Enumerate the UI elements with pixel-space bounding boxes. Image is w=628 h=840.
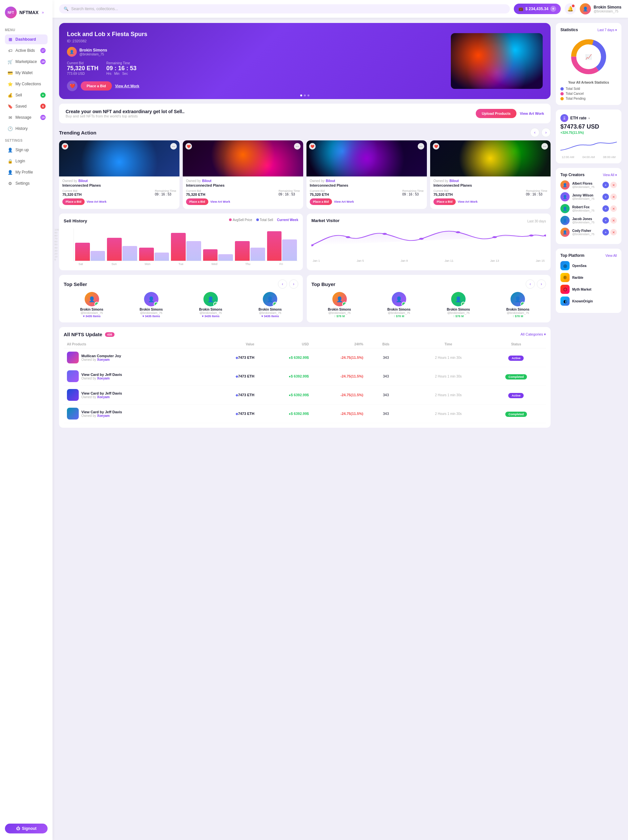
- trending-prev-button[interactable]: ‹: [530, 128, 539, 137]
- nft-place-bid-0[interactable]: Place a Bid: [62, 199, 85, 205]
- sidebar-item-marketplace[interactable]: 🛒 Marketplace 19: [5, 57, 47, 66]
- nft-place-bid-3[interactable]: Place a Bid: [433, 199, 456, 205]
- hero-view-artwork-button[interactable]: View Art Work: [115, 84, 139, 88]
- hero-banner: Lock and Lob x Fiesta Spurs ID :2320382 …: [59, 23, 550, 99]
- signout-button[interactable]: ⏻ Signout: [5, 824, 47, 834]
- unfollow-button-4[interactable]: ✕: [610, 229, 617, 235]
- myth-name: Myth Market: [572, 287, 617, 291]
- follow-button-4[interactable]: +: [603, 229, 609, 235]
- sidebar-item-settings[interactable]: ⚙ Settings: [5, 178, 47, 188]
- sidebar-item-history[interactable]: 🕐 History: [5, 124, 47, 134]
- dot-3[interactable]: [307, 95, 309, 96]
- seller-handle-1: @brokinslam_75: [140, 311, 163, 314]
- nft-place-bid-1[interactable]: Place a Bid: [186, 199, 208, 205]
- buyer-avatar-0: 👤 ✓: [332, 292, 347, 306]
- nft-category-filter[interactable]: All Categories ▾: [520, 332, 546, 336]
- seller-avatar-2: 👤 ✓: [203, 292, 218, 306]
- sidebar-item-label: My Profile: [16, 170, 33, 175]
- user-details: Brokin Simons @brokinslam_75: [593, 5, 622, 13]
- buyers-prev[interactable]: ‹: [526, 279, 535, 289]
- nft-view-art-0[interactable]: View Art Work: [87, 200, 106, 204]
- upload-products-button[interactable]: Upload Products: [476, 109, 516, 118]
- follow-button-3[interactable]: +: [603, 217, 609, 224]
- nft-heart-0[interactable]: ❤️: [62, 143, 68, 150]
- sell-history-period[interactable]: Current Week: [277, 218, 298, 222]
- follow-button-0[interactable]: +: [603, 182, 609, 188]
- nft-view-art-2[interactable]: View Art Work: [334, 200, 354, 204]
- sidebar-item-label: Saved: [16, 104, 27, 109]
- sidebar-item-label: History: [16, 126, 28, 131]
- nft-actions-0: Place a Bid View Art Work: [59, 199, 179, 205]
- view-art-work-link[interactable]: View Art Work: [520, 112, 544, 115]
- unfollow-button-0[interactable]: ✕: [610, 182, 617, 188]
- buyers-list: 👤 ✓ Brokin Simons @brokinslam_75 ↑ $78 M…: [312, 292, 546, 318]
- legend-total-sell: Total Sell: [256, 218, 273, 222]
- sidebar-item-login[interactable]: 🔒 Login: [5, 156, 47, 166]
- sidebar-item-my-collections[interactable]: ⭐ My Collections: [5, 79, 47, 89]
- sellers-next[interactable]: ›: [289, 279, 298, 289]
- sidebar-item-sell[interactable]: 💰 Sell ●: [5, 90, 47, 100]
- nft-view-art-3[interactable]: View Art Work: [458, 200, 478, 204]
- sidebar-item-signup[interactable]: 👤 Sign up: [5, 145, 47, 155]
- statistics-title: Statistics: [560, 28, 578, 32]
- search-bar[interactable]: 🔍 Search items, collections...: [59, 4, 510, 13]
- buyer-stat-0: ↑ $78 M: [328, 314, 351, 318]
- view-all-creators[interactable]: View All ▾: [603, 173, 617, 177]
- statistics-period[interactable]: Last 7 days ▾: [598, 28, 617, 32]
- message-badge: 19: [40, 115, 46, 120]
- notification-button[interactable]: 🔔: [565, 3, 576, 14]
- hero-place-bid-button[interactable]: Place a Bid: [81, 81, 112, 90]
- sellers-prev[interactable]: ‹: [278, 279, 287, 289]
- row-usd-0: $ 6392.99$: [256, 355, 309, 360]
- nft-badge-2[interactable]: ⋯: [418, 143, 424, 150]
- unfollow-button-1[interactable]: ✕: [610, 194, 617, 200]
- nft-place-bid-2[interactable]: Place a Bid: [310, 199, 332, 205]
- nft-card-image-3: ❤️ ⋯: [430, 141, 550, 177]
- sidebar-item-dashboard[interactable]: ⊞ Dashboard: [5, 35, 47, 44]
- unfollow-button-3[interactable]: ✕: [610, 217, 617, 224]
- sidebar-item-my-profile[interactable]: 👤 My Profile: [5, 167, 47, 177]
- sidebar-item-label: Sell: [16, 93, 22, 98]
- nft-heart-2[interactable]: ❤️: [309, 143, 316, 150]
- market-visitor-period[interactable]: Last 30 days: [527, 219, 546, 223]
- eth-rate-change: +324.75(11.5%): [560, 131, 617, 134]
- sidebar-item-my-wallet[interactable]: 💳 My Wallet: [5, 68, 47, 78]
- buyer-badge-0: ✓: [342, 302, 347, 306]
- nft-heart-3[interactable]: ❤️: [433, 143, 439, 150]
- follow-button-1[interactable]: +: [603, 194, 609, 200]
- buyers-next[interactable]: ›: [537, 279, 546, 289]
- user-info[interactable]: 👤 Brokin Simons @brokinslam_75: [580, 3, 622, 14]
- bar-pink: [203, 249, 218, 261]
- dot-2[interactable]: [304, 95, 306, 96]
- wallet-button[interactable]: 💼 $ 234,435.34 +: [514, 4, 561, 14]
- nft-view-art-1[interactable]: View Art Work: [210, 200, 230, 204]
- row-24h-3: -24.75(11.5%): [310, 412, 363, 415]
- dot-1[interactable]: [300, 95, 302, 96]
- creator-avatar-3: 👤: [560, 216, 569, 225]
- row-product-3: View Card by Jeff Davis Owned by Xoeyam: [67, 408, 200, 420]
- nft-badge-0[interactable]: ⋯: [170, 143, 177, 150]
- eth-dropdown-icon[interactable]: ▾: [588, 117, 590, 120]
- hero-heart-button[interactable]: ❤️: [67, 81, 78, 91]
- nft-badge-1[interactable]: ⋯: [294, 143, 301, 150]
- row-status-3: Completed: [490, 411, 543, 417]
- sidebar-item-saved[interactable]: 🔖 Saved 6: [5, 101, 47, 111]
- nft-card-image-0: ❤️ ⋯: [59, 141, 179, 177]
- nft-heart-1[interactable]: ❤️: [185, 143, 192, 150]
- follow-button-2[interactable]: +: [603, 205, 609, 212]
- nft-owner-3: Owned by Bilout: [433, 179, 547, 183]
- active-bids-badge: 17: [40, 48, 46, 53]
- row-bids-0: 343: [365, 355, 407, 360]
- unfollow-button-2[interactable]: ✕: [610, 205, 617, 212]
- sidebar-item-message[interactable]: ✉ Message 19: [5, 112, 47, 122]
- logo-area[interactable]: NFT NFTMAX »: [5, 6, 47, 18]
- hero-id: ID :2320382: [67, 39, 444, 43]
- buyer-stat-1: ↑ $78 M: [388, 314, 411, 318]
- view-all-platforms[interactable]: View All: [605, 254, 617, 257]
- sidebar-item-active-bids[interactable]: 🏷 Active Bids 17: [5, 46, 47, 55]
- seller-1: 👤 ✓ Brokin Simons @brokinslam_75 ♥ 3435 …: [140, 292, 163, 318]
- nft-badge-3[interactable]: ⋯: [541, 143, 548, 150]
- trending-next-button[interactable]: ›: [541, 128, 550, 137]
- signout-icon: ⏻: [16, 826, 20, 831]
- collections-icon: ⭐: [8, 81, 13, 87]
